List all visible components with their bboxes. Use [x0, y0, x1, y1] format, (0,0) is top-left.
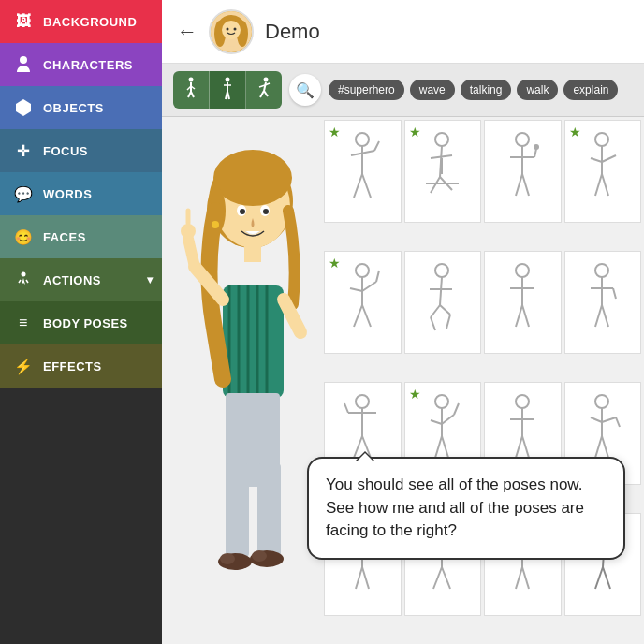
pose-cell[interactable]: ★: [324, 120, 402, 223]
svg-line-137: [356, 567, 362, 589]
pose-cell[interactable]: ★: [564, 120, 642, 223]
svg-rect-44: [244, 243, 261, 262]
svg-line-121: [442, 436, 448, 458]
sidebar-item-effects[interactable]: ⚡ EFFECTS: [0, 344, 162, 388]
favorite-star: ★: [569, 124, 581, 139]
svg-line-74: [516, 174, 522, 196]
sidebar-item-characters[interactable]: CHARACTERS: [0, 43, 162, 86]
back-button[interactable]: ←: [177, 20, 198, 44]
pose-figure: [577, 263, 628, 343]
pose-cell[interactable]: [484, 251, 562, 354]
sidebar-item-body-poses[interactable]: ≡ BODY POSES: [0, 301, 162, 344]
svg-line-129: [591, 417, 602, 422]
svg-point-55: [250, 550, 284, 567]
svg-point-54: [220, 553, 235, 564]
pose-button-run[interactable]: [246, 71, 282, 109]
svg-point-109: [356, 395, 369, 408]
svg-line-46: [188, 239, 195, 267]
sidebar-item-focus[interactable]: ✛ FOCUS: [0, 129, 162, 172]
tag-superhero[interactable]: #superhero: [329, 80, 404, 100]
svg-line-29: [264, 91, 268, 96]
chevron-down-icon: ▾: [147, 273, 154, 286]
sidebar-item-words[interactable]: 💬 WORDS: [0, 172, 162, 215]
svg-rect-31: [223, 285, 284, 398]
svg-line-83: [602, 174, 608, 196]
sidebar-item-actions[interactable]: ACTIONS ▾: [0, 258, 162, 301]
svg-line-18: [191, 92, 194, 97]
pose-figure: [577, 132, 628, 212]
svg-point-40: [237, 205, 246, 216]
svg-line-88: [354, 305, 362, 327]
svg-line-81: [602, 155, 616, 162]
character-display: [162, 117, 340, 641]
svg-line-63: [374, 141, 379, 151]
svg-point-115: [435, 395, 448, 408]
tag-talking[interactable]: talking: [461, 80, 512, 100]
svg-point-12: [234, 27, 237, 30]
svg-line-143: [442, 567, 450, 589]
sidebar-item-objects[interactable]: OBJECTS: [0, 86, 162, 129]
svg-line-80: [591, 158, 602, 162]
svg-line-76: [534, 149, 536, 157]
svg-point-2: [22, 272, 26, 277]
svg-point-77: [534, 144, 539, 150]
main-content: ← Demo: [162, 0, 644, 644]
avatar: [209, 9, 254, 54]
svg-rect-52: [257, 463, 281, 557]
favorite-star: ★: [329, 256, 341, 271]
tag-wave[interactable]: wave: [410, 80, 455, 100]
svg-point-127: [595, 395, 608, 408]
svg-point-37: [215, 164, 290, 248]
svg-point-19: [226, 78, 230, 82]
svg-line-125: [516, 436, 522, 458]
characters-icon: [13, 54, 34, 75]
svg-line-45: [195, 267, 223, 300]
search-button[interactable]: 🔍: [289, 74, 321, 106]
svg-point-38: [213, 150, 292, 206]
svg-line-108: [613, 288, 616, 299]
favorite-star: ★: [409, 387, 421, 402]
pose-button-stand[interactable]: [210, 71, 246, 109]
pose-cell[interactable]: [404, 251, 482, 354]
svg-rect-51: [226, 463, 249, 557]
pose-cell[interactable]: ★: [324, 251, 402, 354]
character-svg: [162, 117, 340, 644]
objects-icon: [13, 97, 34, 118]
focus-icon: ✛: [13, 140, 34, 161]
svg-point-47: [181, 224, 196, 239]
svg-point-0: [20, 56, 27, 64]
svg-point-78: [595, 133, 608, 146]
pose-cell[interactable]: ★: [404, 120, 482, 223]
svg-line-28: [260, 91, 264, 97]
svg-line-153: [603, 567, 610, 589]
svg-line-96: [440, 305, 450, 315]
effects-icon: ⚡: [13, 356, 34, 376]
svg-point-42: [240, 209, 245, 214]
search-icon: 🔍: [296, 81, 315, 99]
sidebar-item-faces[interactable]: 😊 FACES: [0, 215, 162, 258]
favorite-star: ★: [409, 124, 421, 139]
tag-explain[interactable]: explain: [564, 80, 618, 100]
avatar-image: [211, 11, 252, 52]
svg-line-87: [362, 282, 376, 291]
sidebar-label-objects: OBJECTS: [43, 101, 104, 115]
svg-line-86: [350, 288, 362, 291]
character-name: Demo: [265, 20, 320, 44]
words-icon: 💬: [13, 183, 34, 204]
pose-grid-area: ★ ★: [162, 117, 644, 644]
speech-bubble: You should see all of the poses now. See…: [307, 457, 625, 560]
pose-figure: [417, 263, 468, 343]
svg-line-147: [516, 567, 522, 589]
pose-button-walk[interactable]: [173, 71, 210, 109]
pose-cell[interactable]: [484, 120, 562, 223]
sidebar-item-background[interactable]: 🖼 BACKGROUND: [0, 0, 162, 43]
pose-figure: [337, 132, 388, 212]
pose-cell[interactable]: [564, 251, 642, 354]
pose-button-group: [173, 71, 282, 109]
svg-point-84: [356, 264, 369, 277]
svg-point-91: [435, 264, 448, 277]
svg-line-106: [595, 305, 602, 327]
svg-point-39: [207, 187, 226, 234]
svg-point-11: [227, 27, 229, 30]
tag-walk[interactable]: walk: [517, 80, 558, 100]
